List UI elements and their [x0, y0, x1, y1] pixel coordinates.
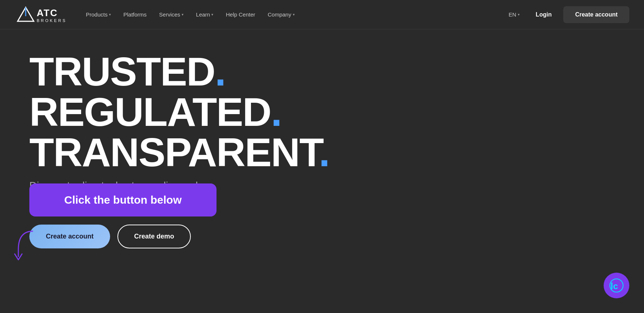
nav-item-platforms[interactable]: Platforms — [118, 8, 152, 21]
login-button[interactable]: Login — [530, 8, 558, 21]
chevron-down-icon: ▾ — [293, 12, 295, 17]
create-account-nav-button[interactable]: Create account — [563, 6, 629, 23]
hero-line-3: TRANSPARENT. — [29, 132, 615, 172]
chevron-down-icon: ▾ — [182, 12, 183, 17]
nav-item-products[interactable]: Products ▾ — [81, 8, 116, 21]
cta-buttons: Create account Create demo — [29, 225, 615, 248]
nav-item-company[interactable]: Company ▾ — [263, 8, 300, 21]
svg-text:lc: lc — [611, 281, 618, 291]
svg-text:ATC: ATC — [37, 7, 58, 18]
hero-headline: TRUSTED. REGULATED. TRANSPARENT. — [29, 51, 615, 172]
create-demo-button[interactable]: Create demo — [117, 225, 191, 248]
chevron-down-icon: ▾ — [109, 12, 111, 17]
hero-section: TRUSTED. REGULATED. TRANSPARENT. Diverse… — [0, 29, 644, 263]
logo[interactable]: ATC BROKERS — [15, 4, 66, 25]
language-selector[interactable]: EN ▾ — [504, 8, 524, 21]
nav-item-services[interactable]: Services ▾ — [154, 8, 189, 21]
navbar: ATC BROKERS Products ▾ Platforms Service… — [0, 0, 644, 29]
create-account-button[interactable]: Create account — [29, 225, 110, 248]
nav-item-help-center[interactable]: Help Center — [221, 8, 260, 21]
arrow-indicator — [11, 228, 40, 266]
hero-line-1: TRUSTED. — [29, 51, 615, 92]
tooltip-popup: Click the button below — [29, 183, 217, 216]
chevron-down-icon: ▾ — [211, 12, 213, 17]
hero-line-2: REGULATED. — [29, 92, 615, 132]
chevron-down-icon: ▾ — [518, 12, 520, 17]
svg-text:BROKERS: BROKERS — [37, 18, 66, 23]
nav-links: Products ▾ Platforms Services ▾ Learn ▾ … — [81, 8, 504, 21]
nav-item-learn[interactable]: Learn ▾ — [191, 8, 218, 21]
nav-right: EN ▾ Login Create account — [504, 6, 629, 23]
chat-widget-button[interactable]: lc — [604, 273, 629, 298]
